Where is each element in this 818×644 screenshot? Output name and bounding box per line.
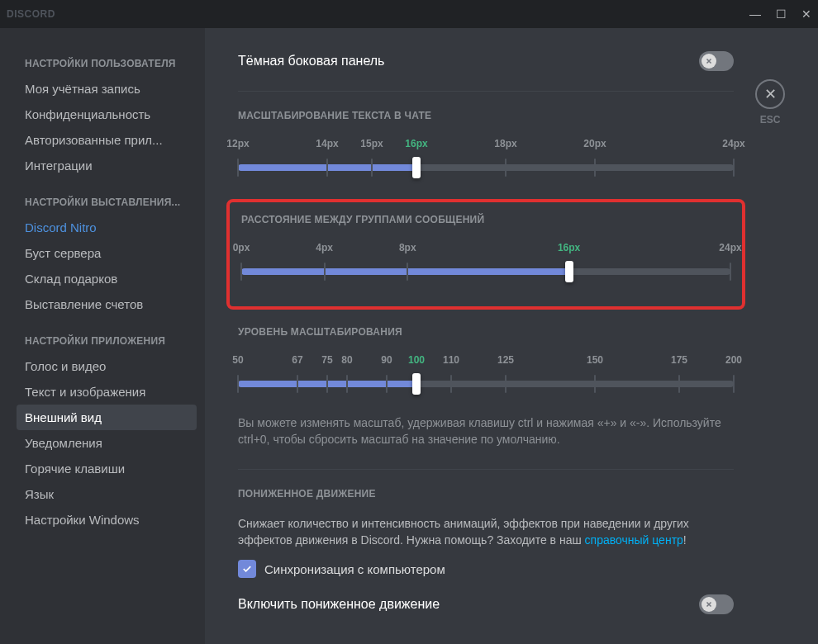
sidebar-item-integrations[interactable]: Интеграции — [17, 153, 197, 178]
slider-tick-label: 12px — [226, 138, 249, 149]
group-spacing-slider[interactable] — [241, 262, 730, 282]
reduced-motion-section: ПОНИЖЕННОЕ ДВИЖЕНИЕ Снижает количество и… — [238, 488, 734, 614]
group-spacing-title: РАССТОЯНИЕ МЕЖДУ ГРУППАМИ СООБЩЕНИЙ — [241, 214, 730, 225]
slider-tick — [505, 159, 506, 177]
sidebar-item-text[interactable]: Текст и изображения — [17, 379, 197, 405]
slider-tick — [594, 375, 596, 393]
maximize-button[interactable]: ☐ — [776, 7, 787, 21]
toggle-knob-off-icon — [701, 54, 716, 69]
text-scale-labels: 12px14px15px16px18px20px24px — [238, 138, 734, 151]
esc-label: ESC — [755, 114, 785, 125]
slider-tick — [240, 263, 242, 281]
group-spacing-section-highlighted: РАССТОЯНИЕ МЕЖДУ ГРУППАМИ СООБЩЕНИЙ 0px4… — [226, 199, 745, 310]
slider-tick — [297, 375, 298, 393]
slider-tick-label: 15px — [360, 138, 383, 149]
slider-tick-label: 80 — [341, 354, 352, 366]
slider-tick — [324, 263, 326, 281]
slider-tick-label: 175 — [671, 354, 687, 366]
slider-tick — [237, 375, 239, 393]
sidebar-item-privacy[interactable]: Конфиденциальность — [17, 102, 197, 127]
sidebar-item-notifications[interactable]: Уведомления — [17, 430, 197, 456]
sidebar-item-hotkeys[interactable]: Горячие клавиши — [17, 456, 197, 481]
slider-tick-label: 125 — [497, 354, 514, 366]
slider-tick — [386, 375, 388, 393]
slider-tick — [505, 375, 506, 393]
sidebar-item-appearance[interactable]: Внешний вид — [17, 405, 197, 430]
text-scale-section: МАСШТАБИРОВАНИЕ ТЕКСТА В ЧАТЕ 12px14px15… — [238, 110, 734, 178]
sync-checkbox-label: Синхронизация с компьютером — [264, 562, 445, 576]
slider-tick — [407, 263, 408, 281]
sidebar-item-windows[interactable]: Настройки Windows — [17, 507, 197, 533]
app-window: DISCORD — ☐ ✕ НАСТРОЙКИ ПОЛЬЗОВАТЕЛЯ Моя… — [0, 0, 818, 644]
slider-tick-label: 16px — [405, 138, 427, 149]
sidebar-item-authorized[interactable]: Авторизованные прил... — [17, 127, 197, 153]
group-spacing-labels: 0px4px8px16px24px — [241, 242, 730, 255]
minimize-button[interactable]: — — [749, 7, 761, 21]
enable-reduced-motion-toggle[interactable] — [699, 594, 734, 614]
slider-thumb[interactable] — [412, 373, 421, 395]
slider-tick-label: 20px — [583, 138, 606, 149]
slider-tick — [733, 159, 735, 177]
divider — [238, 469, 734, 470]
zoom-section: УРОВЕНЬ МАСШТАБИРОВАНИЯ 5067758090100110… — [238, 326, 734, 447]
slider-thumb[interactable] — [565, 261, 573, 282]
slider-tick — [450, 375, 452, 393]
sync-checkbox[interactable] — [238, 560, 256, 578]
reduced-motion-title: ПОНИЖЕННОЕ ДВИЖЕНИЕ — [238, 488, 734, 500]
slider-tick-label: 14px — [316, 138, 338, 149]
content-inner: Тёмная боковая панель МАСШТАБИРОВАНИЕ ТЕ… — [238, 51, 734, 614]
zoom-title: УРОВЕНЬ МАСШТАБИРОВАНИЯ — [238, 326, 734, 338]
slider-fill — [241, 268, 569, 275]
text-scale-slider[interactable] — [238, 158, 734, 178]
toggle-knob-off-icon — [701, 597, 716, 612]
window-controls: — ☐ ✕ — [749, 7, 811, 21]
sidebar-item-billing[interactable]: Выставление счетов — [17, 291, 197, 317]
slider-tick-label: 16px — [558, 242, 580, 253]
sidebar-header-billing: НАСТРОЙКИ ВЫСТАВЛЕНИЯ... — [25, 197, 197, 208]
close-button[interactable]: ✕ — [801, 7, 811, 21]
slider-tick — [346, 375, 348, 393]
slider-tick-label: 67 — [292, 354, 302, 366]
slider-tick-label: 8px — [399, 242, 416, 253]
esc-button[interactable]: ✕ ESC — [755, 79, 785, 125]
slider-tick-label: 75 — [321, 354, 332, 366]
enable-reduced-motion-row: Включить пониженное движение — [238, 594, 734, 614]
sync-checkbox-row[interactable]: Синхронизация с компьютером — [238, 560, 734, 578]
dark-sidebar-title: Тёмная боковая панель — [238, 54, 384, 69]
slider-tick-label: 4px — [316, 242, 333, 253]
help-center-link[interactable]: справочный центр — [585, 533, 683, 547]
slider-tick — [371, 159, 373, 177]
slider-tick-label: 100 — [408, 354, 425, 366]
sidebar-item-voice[interactable]: Голос и видео — [17, 353, 197, 379]
settings-content: ✕ ESC Тёмная боковая панель МАСШТАБИРОВА… — [205, 28, 818, 644]
titlebar: DISCORD — ☐ ✕ — [0, 0, 818, 28]
zoom-labels: 5067758090100110125150175200 — [238, 354, 734, 367]
slider-tick — [594, 159, 596, 177]
sidebar-item-language[interactable]: Язык — [17, 481, 197, 507]
slider-tick-label: 0px — [233, 242, 250, 253]
sidebar-item-nitro[interactable]: Discord Nitro — [17, 215, 197, 240]
sidebar-item-gifts[interactable]: Склад подарков — [17, 266, 197, 291]
slider-tick — [237, 159, 239, 177]
zoom-slider[interactable] — [238, 374, 734, 394]
reduced-motion-desc: Снижает количество и интенсивность анима… — [238, 516, 734, 548]
reduced-motion-desc-post: ! — [683, 533, 687, 547]
enable-reduced-motion-title: Включить пониженное движение — [238, 597, 440, 612]
slider-tick-label: 200 — [725, 354, 742, 366]
dark-sidebar-toggle[interactable] — [699, 51, 734, 71]
settings-sidebar: НАСТРОЙКИ ПОЛЬЗОВАТЕЛЯ Моя учётная запис… — [0, 28, 205, 644]
sidebar-item-boost[interactable]: Буст сервера — [17, 240, 197, 266]
sidebar-header-user: НАСТРОЙКИ ПОЛЬЗОВАТЕЛЯ — [25, 58, 197, 69]
sidebar-item-account[interactable]: Моя учётная запись — [17, 76, 197, 102]
sidebar-header-app: НАСТРОЙКИ ПРИЛОЖЕНИЯ — [25, 335, 197, 347]
slider-tick-label: 18px — [494, 138, 516, 149]
app-logo: DISCORD — [7, 8, 55, 20]
slider-tick-label: 24px — [722, 138, 744, 149]
slider-tick-label: 90 — [381, 354, 392, 366]
slider-tick-label: 150 — [587, 354, 603, 366]
main: НАСТРОЙКИ ПОЛЬЗОВАТЕЛЯ Моя учётная запис… — [0, 28, 818, 644]
slider-tick — [733, 375, 735, 393]
slider-thumb[interactable] — [412, 157, 421, 178]
zoom-help-text: Вы можете изменять масштаб, удерживая кл… — [238, 415, 734, 447]
dark-sidebar-row: Тёмная боковая панель — [238, 51, 734, 71]
